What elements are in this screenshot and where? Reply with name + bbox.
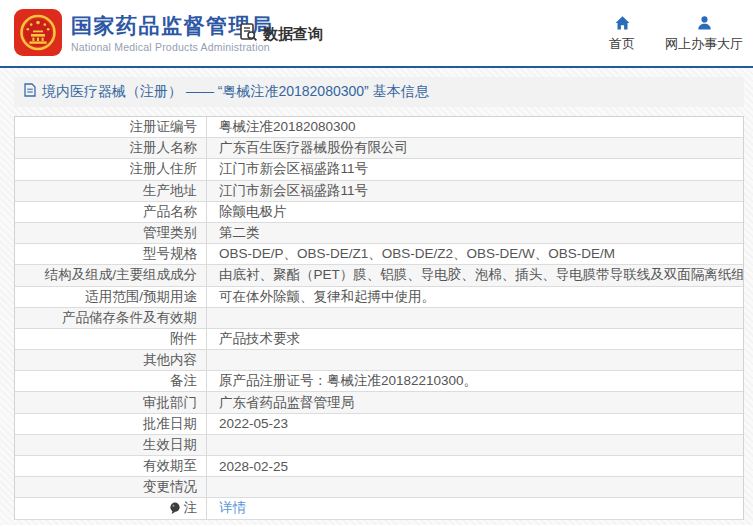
- row-value: [207, 477, 743, 497]
- row-label: 生效日期: [15, 435, 207, 455]
- nav-online-hall-label: 网上办事大厅: [665, 35, 743, 53]
- table-row: 生产地址江门市新会区福盛路11号: [15, 181, 743, 202]
- table-row: 生效日期: [15, 435, 743, 456]
- row-value: 详情: [207, 498, 743, 518]
- document-icon: [24, 83, 36, 101]
- table-row: 注册人住所江门市新会区福盛路11号: [15, 159, 743, 180]
- row-label: 附件: [15, 329, 207, 349]
- detail-link[interactable]: 详情: [219, 499, 246, 517]
- row-value: 江门市新会区福盛路11号: [207, 181, 743, 201]
- row-value: 由底衬、聚酯（PET）膜、铝膜、导电胶、泡棉、插头、导电膜带导联线及双面隔离纸组…: [207, 265, 743, 285]
- table-row: 批准日期2022-05-23: [15, 414, 743, 435]
- nav-home-label: 首页: [609, 35, 635, 53]
- row-label: 注: [15, 498, 207, 518]
- table-row: 注册人名称广东百生医疗器械股份有限公司: [15, 138, 743, 159]
- row-value: 可在体外除颤、复律和起搏中使用。: [207, 287, 743, 307]
- table-row: 产品储存条件及有效期: [15, 308, 743, 329]
- row-label: 审批部门: [15, 392, 207, 412]
- row-label: 产品储存条件及有效期: [15, 308, 207, 328]
- breadcrumb: 境内医疗器械（注册） —— “粤械注准20182080300” 基本信息: [14, 77, 744, 107]
- home-icon: [614, 15, 631, 31]
- row-label: 备注: [15, 371, 207, 391]
- header-nav: 首页 网上办事大厅: [609, 0, 743, 68]
- note-balloon-icon: [169, 502, 181, 515]
- table-row: 备注原产品注册证号：粤械注准20182210300。: [15, 371, 743, 392]
- row-value: OBS-DE/P、OBS-DE/Z1、OBS-DE/Z2、OBS-DE/W、OB…: [207, 244, 743, 264]
- info-table: 注册证编号粤械注准20182080300注册人名称广东百生医疗器械股份有限公司注…: [14, 116, 744, 520]
- site-header: 国家药品监督管理局 National Medical Products Admi…: [0, 0, 753, 68]
- row-value: [207, 350, 743, 370]
- brand: 国家药品监督管理局 National Medical Products Admi…: [14, 9, 274, 57]
- row-value: 2022-05-23: [207, 414, 743, 434]
- national-emblem-logo: [14, 9, 62, 57]
- nav-online-hall[interactable]: 网上办事大厅: [665, 15, 743, 53]
- row-value: 2028-02-25: [207, 456, 743, 476]
- data-query-label: 数据查询: [263, 25, 323, 44]
- row-label: 注册证编号: [15, 117, 207, 137]
- row-value: 广东百生医疗器械股份有限公司: [207, 138, 743, 158]
- row-label: 注册人住所: [15, 159, 207, 179]
- table-row: 注册证编号粤械注准20182080300: [15, 117, 743, 138]
- row-label: 其他内容: [15, 350, 207, 370]
- row-label: 有效期至: [15, 456, 207, 476]
- row-value: 除颤电极片: [207, 202, 743, 222]
- row-value: [207, 308, 743, 328]
- table-row: 变更情况: [15, 477, 743, 498]
- table-row: 审批部门广东省药品监督管理局: [15, 392, 743, 413]
- user-icon: [696, 15, 713, 31]
- row-value: 产品技术要求: [207, 329, 743, 349]
- table-row: 有效期至2028-02-25: [15, 456, 743, 477]
- row-value: 原产品注册证号：粤械注准20182210300。: [207, 371, 743, 391]
- table-row: 适用范围/预期用途可在体外除颤、复律和起搏中使用。: [15, 287, 743, 308]
- table-row: 注详情: [15, 498, 743, 519]
- table-row: 产品名称除颤电极片: [15, 202, 743, 223]
- nav-home[interactable]: 首页: [609, 15, 635, 53]
- table-row: 其他内容: [15, 350, 743, 371]
- data-query-link[interactable]: 数据查询: [238, 0, 323, 68]
- document-search-icon: [238, 22, 258, 46]
- row-label: 注册人名称: [15, 138, 207, 158]
- row-value: 江门市新会区福盛路11号: [207, 159, 743, 179]
- row-label: 生产地址: [15, 181, 207, 201]
- row-value: [207, 435, 743, 455]
- row-label: 变更情况: [15, 477, 207, 497]
- row-value: 第二类: [207, 223, 743, 243]
- row-label: 结构及组成/主要组成成分: [15, 265, 207, 285]
- row-value: 粤械注准20182080300: [207, 117, 743, 137]
- table-row: 管理类别第二类: [15, 223, 743, 244]
- row-label: 适用范围/预期用途: [15, 287, 207, 307]
- page-body: 境内医疗器械（注册） —— “粤械注准20182080300” 基本信息 注册证…: [0, 68, 753, 525]
- row-label: 产品名称: [15, 202, 207, 222]
- row-value: 广东省药品监督管理局: [207, 392, 743, 412]
- table-row: 结构及组成/主要组成成分由底衬、聚酯（PET）膜、铝膜、导电胶、泡棉、插头、导电…: [15, 265, 743, 286]
- table-row: 附件产品技术要求: [15, 329, 743, 350]
- table-row: 型号规格OBS-DE/P、OBS-DE/Z1、OBS-DE/Z2、OBS-DE/…: [15, 244, 743, 265]
- breadcrumb-text: 境内医疗器械（注册） —— “粤械注准20182080300” 基本信息: [42, 83, 429, 101]
- row-label: 批准日期: [15, 414, 207, 434]
- row-label: 型号规格: [15, 244, 207, 264]
- row-label: 管理类别: [15, 223, 207, 243]
